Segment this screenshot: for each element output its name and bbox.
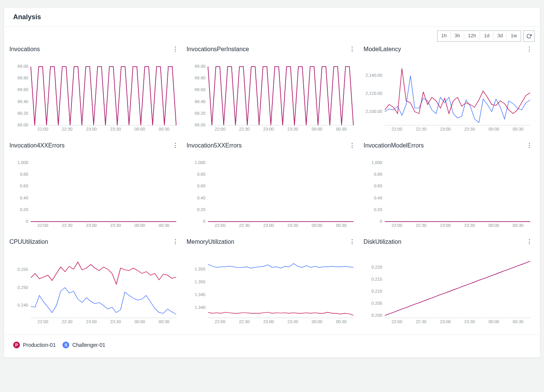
svg-text:22:00: 22:00 [214, 320, 225, 324]
time-range-option[interactable]: 12h [464, 31, 480, 41]
chart-header: Invocation5XXErrors⋮ [187, 142, 358, 149]
chart-menu-button[interactable]: ⋮ [524, 238, 535, 246]
legend-badge: S [62, 342, 69, 348]
chart-grid: Invocations⋮88.0088.2088.4088.6088.8089.… [4, 42, 540, 334]
svg-text:88.40: 88.40 [195, 99, 205, 103]
svg-text:2,100.00: 2,100.00 [366, 109, 382, 114]
svg-text:23:00: 23:00 [440, 127, 451, 131]
svg-text:22:00: 22:00 [392, 127, 402, 131]
chart-cell: Invocations⋮88.0088.2088.4088.6088.8089.… [9, 46, 181, 134]
svg-text:23:30: 23:30 [110, 127, 121, 131]
svg-text:22:30: 22:30 [239, 320, 249, 324]
chart-header: ModelLatency⋮ [363, 46, 535, 53]
time-range-option[interactable]: 3d [494, 31, 507, 41]
chart-cell: InvocationsPerInstance⋮88.0088.2088.4088… [187, 46, 358, 134]
svg-text:22:00: 22:00 [392, 223, 402, 228]
svg-text:89.00: 89.00 [195, 64, 205, 68]
svg-text:00:00: 00:00 [134, 320, 145, 324]
chart-menu-button[interactable]: ⋮ [524, 142, 535, 149]
svg-text:0.60: 0.60 [374, 184, 382, 188]
series-line [208, 312, 353, 315]
svg-text:88.80: 88.80 [195, 76, 205, 80]
svg-text:0: 0 [380, 219, 382, 223]
chart-svg: 1.3401.3451.3501.35522:0022:3023:0023:30… [187, 248, 358, 327]
svg-text:22:30: 22:30 [62, 127, 72, 131]
svg-text:0: 0 [203, 219, 205, 223]
svg-text:0.255: 0.255 [18, 267, 28, 272]
svg-text:0.60: 0.60 [197, 184, 205, 188]
time-range-option[interactable]: 1w [507, 31, 521, 41]
svg-text:23:30: 23:30 [464, 223, 475, 228]
chart-cell: DiskUtilization⋮0.2000.2050.2100.2150.22… [363, 238, 535, 327]
chart-svg: 88.0088.2088.4088.6088.8089.0022:0022:30… [9, 55, 181, 134]
svg-text:89.00: 89.00 [18, 64, 28, 68]
series-line [385, 68, 530, 114]
svg-text:0: 0 [26, 219, 28, 223]
svg-text:00:00: 00:00 [489, 223, 499, 228]
time-range-option[interactable]: 1h [438, 31, 451, 41]
chart-title: MemoryUtilization [187, 239, 234, 245]
svg-text:1.000: 1.000 [195, 161, 205, 165]
series-line [208, 67, 353, 125]
chart-header: Invocations⋮ [9, 46, 181, 53]
svg-text:22:00: 22:00 [38, 127, 48, 131]
svg-text:00:30: 00:30 [336, 127, 346, 131]
legend-bar: PProduction-01SChallenger-01 [4, 334, 540, 357]
svg-text:00:00: 00:00 [489, 127, 499, 131]
svg-text:0.215: 0.215 [372, 277, 382, 281]
chart-menu-button[interactable]: ⋮ [347, 142, 357, 149]
chart-menu-button[interactable]: ⋮ [524, 46, 535, 53]
chart-header: CPUUtilization⋮ [9, 238, 181, 246]
svg-text:22:00: 22:00 [214, 127, 225, 131]
chart-menu-button[interactable]: ⋮ [170, 46, 181, 53]
svg-text:1.355: 1.355 [195, 267, 205, 271]
chart-menu-button[interactable]: ⋮ [170, 142, 181, 149]
chart-title: ModelLatency [363, 46, 401, 53]
svg-text:88.60: 88.60 [18, 88, 28, 92]
chart-cell: ModelLatency⋮2,100.002,120.002,140.0022:… [363, 46, 535, 134]
chart-title: Invocation5XXErrors [187, 142, 242, 149]
svg-text:0.80: 0.80 [197, 172, 205, 176]
chart-svg: 0.2450.2500.25522:0022:3023:0023:3000:00… [9, 248, 181, 327]
svg-text:00:00: 00:00 [312, 320, 322, 324]
time-range-option[interactable]: 1d [480, 31, 493, 41]
chart-menu-button[interactable]: ⋮ [347, 46, 357, 53]
svg-text:23:00: 23:00 [263, 127, 274, 131]
chart-svg: 00.200.400.600.801.00022:0022:3023:0023:… [187, 152, 358, 231]
svg-text:00:30: 00:30 [159, 320, 169, 324]
svg-text:23:00: 23:00 [440, 320, 451, 324]
chart-title: DiskUtilization [363, 239, 401, 245]
refresh-button[interactable] [523, 30, 535, 42]
svg-text:23:30: 23:30 [110, 223, 121, 228]
svg-text:23:30: 23:30 [287, 223, 298, 228]
svg-text:00:30: 00:30 [513, 127, 523, 131]
svg-text:1.345: 1.345 [195, 293, 205, 297]
svg-text:22:30: 22:30 [416, 127, 427, 131]
svg-text:88.80: 88.80 [18, 76, 28, 80]
svg-text:23:00: 23:00 [440, 223, 451, 228]
svg-text:0.205: 0.205 [372, 301, 382, 305]
svg-text:00:30: 00:30 [159, 127, 169, 131]
svg-text:0.20: 0.20 [197, 207, 205, 211]
svg-text:22:30: 22:30 [239, 223, 249, 228]
svg-text:2,140.00: 2,140.00 [366, 73, 382, 77]
svg-text:88.20: 88.20 [18, 111, 28, 115]
chart-menu-button[interactable]: ⋮ [347, 238, 357, 246]
legend-label: Production-01 [23, 342, 56, 348]
time-range-option[interactable]: 3h [451, 31, 464, 41]
analysis-panel: Analysis 1h3h12h1d3d1w Invocations⋮88.00… [4, 8, 540, 358]
legend-item: SChallenger-01 [62, 342, 105, 348]
panel-title: Analysis [4, 8, 540, 27]
svg-text:00:00: 00:00 [489, 320, 499, 324]
series-line [385, 261, 530, 316]
series-line [31, 288, 176, 315]
svg-text:23:30: 23:30 [464, 320, 475, 324]
svg-text:1.350: 1.350 [195, 280, 205, 284]
chart-header: Invocation4XXErrors⋮ [9, 142, 181, 149]
chart-menu-button[interactable]: ⋮ [170, 238, 181, 246]
svg-text:23:00: 23:00 [86, 127, 97, 131]
svg-text:00:30: 00:30 [513, 320, 523, 324]
svg-text:00:30: 00:30 [513, 223, 523, 228]
svg-text:23:00: 23:00 [86, 320, 97, 324]
svg-text:23:00: 23:00 [263, 223, 274, 228]
